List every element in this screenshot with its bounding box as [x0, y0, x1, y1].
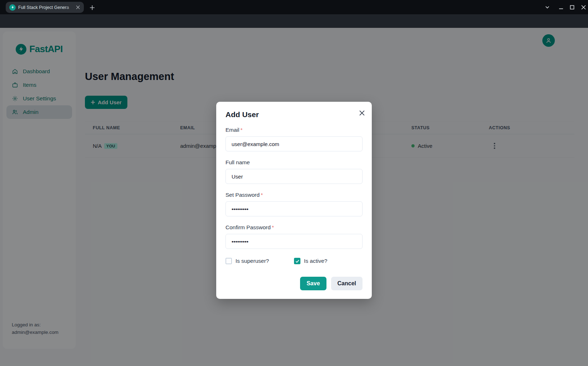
save-button[interactable]: Save	[300, 277, 326, 290]
is-active-checkbox[interactable]: Is active?	[294, 258, 363, 264]
confirm-password-field-group: Confirm Password*	[225, 224, 363, 249]
full-name-label: Full name	[225, 159, 363, 166]
window-close-button[interactable]	[578, 2, 588, 12]
is-active-label: Is active?	[304, 258, 327, 264]
set-password-field[interactable]	[225, 201, 363, 216]
add-user-modal: Add User Email* Full name Set Password* …	[216, 102, 372, 299]
set-password-label: Set Password*	[225, 192, 363, 198]
browser-toolbar: localhost/admin 1	[0, 14, 588, 28]
modal-title: Add User	[225, 110, 363, 119]
is-superuser-checkbox[interactable]: Is superuser?	[225, 258, 294, 264]
confirm-password-label: Confirm Password*	[225, 224, 363, 231]
set-password-field-group: Set Password*	[225, 192, 363, 216]
modal-actions: Save Cancel	[225, 277, 363, 290]
required-marker: *	[240, 127, 243, 133]
window-minimize-button[interactable]	[556, 2, 566, 12]
email-field[interactable]	[225, 136, 363, 151]
required-marker: *	[261, 192, 263, 198]
email-label: Email*	[225, 127, 363, 133]
fastapi-favicon-icon	[9, 4, 16, 11]
checkbox-row: Is superuser? Is active?	[225, 258, 363, 264]
required-marker: *	[272, 224, 274, 230]
full-name-field-group: Full name	[225, 159, 363, 184]
tab-bar: Full Stack Project Genera	[0, 0, 588, 14]
tab-close-icon[interactable]	[75, 4, 81, 11]
checkbox-checked-icon	[294, 258, 300, 264]
modal-close-icon[interactable]	[357, 108, 367, 118]
window-maximize-button[interactable]	[567, 2, 577, 12]
browser-tab[interactable]: Full Stack Project Genera	[6, 2, 84, 13]
checkbox-unchecked-icon	[225, 258, 232, 264]
full-name-field[interactable]	[225, 169, 363, 184]
cancel-button[interactable]: Cancel	[331, 277, 363, 290]
email-field-group: Email*	[225, 127, 363, 151]
is-superuser-label: Is superuser?	[235, 258, 269, 264]
checkmark-icon	[295, 259, 299, 263]
page-viewport: FastAPI Dashboard Items User Settings A	[0, 28, 588, 366]
tab-title: Full Stack Project Genera	[18, 5, 75, 10]
new-tab-button[interactable]	[87, 3, 97, 12]
confirm-password-field[interactable]	[225, 234, 363, 249]
tab-search-chevron-icon[interactable]	[542, 2, 552, 12]
browser-window: Full Stack Project Genera	[0, 0, 588, 366]
